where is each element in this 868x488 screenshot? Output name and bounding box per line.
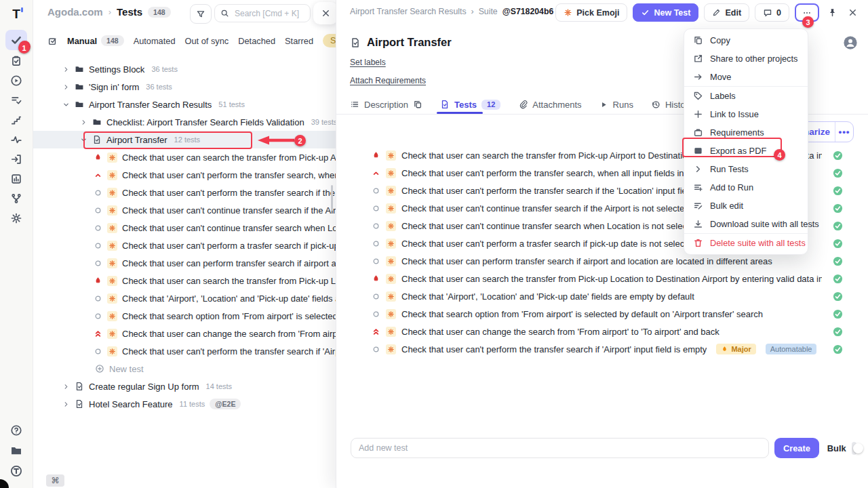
tree-test-row[interactable]: Check that user can change the search fr… (33, 325, 336, 342)
menu-item-add-to-run[interactable]: Add to Run (684, 178, 808, 197)
suite-breadcrumb-parent[interactable]: Airport Transfer Search Results (350, 7, 467, 16)
test-emoji-icon (107, 223, 117, 233)
sidebar-item-reports[interactable] (5, 170, 27, 188)
tree-test-row[interactable]: Check that user can't perform the transf… (33, 342, 336, 360)
priority-normal-icon (372, 292, 380, 301)
toggle-knob (853, 443, 863, 453)
tree-folder-row[interactable]: Checklist: Airport Transfer Search Field… (33, 113, 336, 131)
set-labels-link[interactable]: Set labels (350, 58, 386, 67)
tab-attachments-label: Attachments (532, 100, 581, 110)
test-title: Check that user can't continue transfer … (122, 223, 336, 233)
tab-tests[interactable]: Tests 12 (440, 100, 500, 110)
copy-icon[interactable] (413, 100, 422, 109)
tree-suite-row[interactable]: Create regular Sign Up form14 tests (33, 378, 336, 395)
search-input[interactable] (233, 8, 304, 19)
tree-test-row[interactable]: Check that user can't perform the transf… (33, 184, 336, 201)
menu-item-labels[interactable]: Labels (684, 86, 808, 105)
tree-test-row[interactable]: Check that user can't perform a trasfer … (33, 237, 336, 254)
select-all-icon[interactable] (47, 36, 58, 46)
sidebar-item-checklists[interactable] (5, 92, 27, 109)
menu-item-delete-suite-with-all-tests[interactable]: Delete suite with all tests (684, 233, 808, 252)
menu-item-run-tests[interactable]: Run Tests (684, 160, 808, 178)
sidebar-item-steps[interactable] (5, 111, 27, 129)
app-logo[interactable]: T (12, 5, 20, 23)
tab-out-of-sync[interactable]: Out of sync (185, 36, 229, 46)
priority-hot-icon (372, 274, 380, 283)
tab-description[interactable]: Description (350, 100, 422, 110)
chevron-right-icon[interactable] (62, 401, 70, 408)
menu-item-link-to-issue[interactable]: Link to Issue (684, 105, 808, 123)
tab-starred[interactable]: Starred (285, 36, 313, 46)
tab-runs[interactable]: Runs (599, 100, 633, 110)
tree-item-count: 36 tests (146, 83, 172, 91)
test-row[interactable]: Check that search option from 'From airp… (336, 305, 868, 323)
sidebar-item-import[interactable] (5, 150, 27, 168)
sidebar-item-projects[interactable] (5, 442, 27, 460)
tab-severity[interactable]: Severity (323, 34, 336, 47)
summarize-more-icon[interactable]: ••• (835, 122, 853, 142)
sidebar-item-test-plans[interactable] (5, 52, 27, 70)
tree-test-row[interactable]: Check that user can perform transfer sea… (33, 254, 336, 272)
tree-folder-row[interactable]: Airport Transfer Search Results51 tests (33, 96, 336, 113)
breadcrumb-section[interactable]: Tests (117, 6, 142, 18)
chevron-right-icon[interactable] (80, 119, 87, 126)
menu-item-copy[interactable]: Copy (684, 31, 808, 49)
pick-emoji-label: Pick Emoji (576, 8, 619, 18)
test-row[interactable]: Check that user can't perform the transf… (336, 340, 868, 358)
add-new-test-input[interactable] (351, 438, 769, 458)
tree-suite-row[interactable]: Hotel Search Feature11 tests@E2E (33, 395, 336, 413)
sidebar-item-help[interactable] (5, 422, 27, 439)
sidebar-item-branches[interactable] (5, 190, 27, 207)
tree-test-row[interactable]: Check that 'Airport', 'Location' and 'Pi… (33, 289, 336, 307)
chevron-right-icon[interactable] (62, 83, 70, 91)
tab-detached[interactable]: Detached (238, 36, 275, 46)
chevron-right-icon[interactable] (62, 383, 70, 390)
pin-button[interactable] (825, 3, 840, 22)
chevron-down-icon[interactable] (62, 101, 70, 108)
test-emoji-icon (386, 168, 396, 178)
menu-item-bulk-edit[interactable]: Bulk edit (684, 197, 808, 215)
tree-folder-row[interactable]: Settings Block36 tests (33, 60, 336, 78)
tab-attachments[interactable]: Attachments (518, 100, 581, 110)
tree-test-row[interactable]: Check that user can search the transfer … (33, 272, 336, 289)
sidebar-item-activity[interactable] (5, 131, 27, 148)
tree-folder-row[interactable]: 'Sign in' form36 tests (33, 78, 336, 96)
tree-test-row[interactable]: Check that user can't continue transfer … (33, 201, 336, 219)
comments-button[interactable]: 0 (755, 3, 789, 22)
menu-item-move[interactable]: Move (684, 68, 808, 86)
sidebar-item-runs[interactable] (5, 72, 27, 89)
chevron-right-icon[interactable] (62, 66, 70, 73)
tab-manual[interactable]: Manual 148 (67, 35, 124, 46)
create-button[interactable]: Create (774, 438, 819, 458)
attach-requirements-link[interactable]: Attach Requirements (350, 76, 426, 85)
tree-test-row[interactable]: Check that user can't continue transfer … (33, 219, 336, 237)
test-title: Check that user can't perform a trasfer … (122, 241, 336, 251)
close-panel-button[interactable] (845, 3, 860, 22)
tree-test-row[interactable]: Check that user can search the transfer … (33, 148, 336, 166)
sidebar-item-settings[interactable] (5, 209, 27, 227)
panel-close-button[interactable] (313, 2, 338, 24)
filter-button[interactable] (190, 4, 212, 24)
edit-button[interactable]: Edit (704, 3, 749, 22)
test-row[interactable]: Check that user can search the transfer … (336, 270, 868, 287)
test-row[interactable]: Check that 'Airport', 'Location' and 'Pi… (336, 287, 868, 305)
breadcrumb-project[interactable]: Agoda.com (47, 6, 103, 18)
bulk-toggle[interactable] (852, 442, 856, 455)
test-row[interactable]: Check that user can change the search fr… (336, 323, 868, 340)
pick-emoji-button[interactable]: Pick Emoji (555, 3, 627, 22)
suite-title-row: Airport Transfer (350, 36, 452, 49)
arrow-right-icon (693, 72, 703, 82)
tree-test-row[interactable]: Check that search option from 'From airp… (33, 307, 336, 325)
search-box[interactable] (214, 4, 311, 22)
tab-automated[interactable]: Automated (134, 36, 176, 46)
tree-new-test-row[interactable]: New test (33, 360, 336, 378)
tree-scrollbar[interactable] (331, 185, 333, 211)
menu-item-label: Requirements (710, 127, 764, 138)
new-test-button[interactable]: New Test (633, 3, 698, 22)
menu-item-download-suite-with-all-tests[interactable]: Download suite with all tests (684, 215, 808, 233)
sidebar-item-brand[interactable] (5, 462, 27, 480)
tree-test-row[interactable]: Check that user can't perform the transf… (33, 166, 336, 184)
user-avatar[interactable] (843, 35, 858, 50)
test-emoji-icon (107, 346, 117, 357)
menu-item-share-to-other-projects[interactable]: Share to other projects (684, 49, 808, 68)
